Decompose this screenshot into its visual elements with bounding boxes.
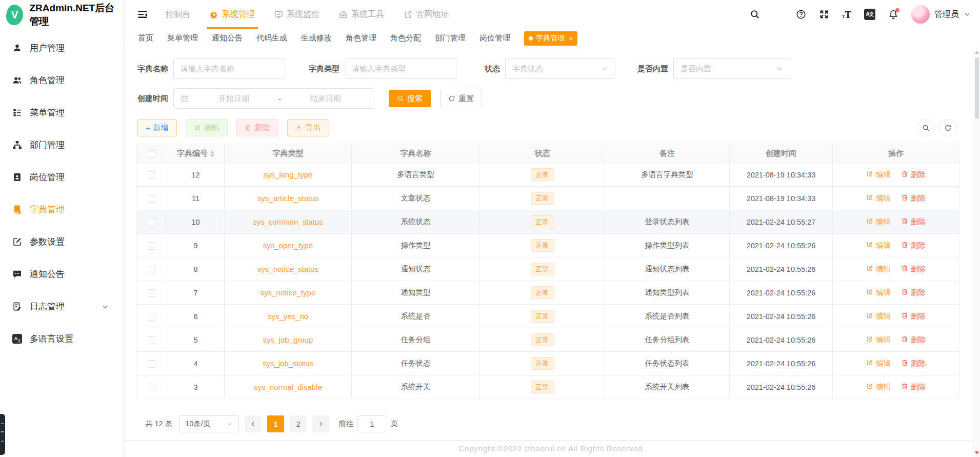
tab-item[interactable]: 代码生成 — [256, 33, 287, 43]
row-checkbox[interactable] — [148, 289, 155, 297]
sidebar-item-users[interactable]: 角色管理 — [0, 64, 123, 96]
nav-item-plain[interactable]: 控制台 — [166, 0, 190, 29]
fullscreen-icon[interactable] — [819, 9, 829, 19]
row-checkbox[interactable] — [148, 313, 155, 321]
tab-item[interactable]: 通知公告 — [212, 33, 243, 43]
sidebar-item-log[interactable]: 日志管理 — [0, 290, 123, 323]
close-icon[interactable]: × — [569, 35, 573, 42]
delete-button[interactable]: 删除 — [236, 119, 278, 136]
table-row[interactable]: 8sys_notice_status通知状态正常通知状态列表2021-02-24… — [136, 257, 959, 281]
dict-type-link[interactable]: sys_oper_type — [263, 241, 313, 250]
prev-page-button[interactable] — [245, 415, 262, 432]
github-icon[interactable] — [773, 9, 783, 19]
sidebar-item-dict[interactable]: 字典管理 — [0, 193, 123, 226]
status-select[interactable]: 字典状态 — [505, 58, 615, 79]
row-delete-button[interactable]: 删除 — [901, 241, 926, 250]
row-edit-button[interactable]: 编辑 — [866, 217, 891, 227]
date-range-input[interactable]: 开始日期 - 结束日期 — [173, 88, 373, 109]
dict-type-link[interactable]: sys_yes_no — [268, 312, 308, 321]
row-checkbox[interactable] — [148, 171, 155, 179]
row-edit-button[interactable]: 编辑 — [866, 288, 891, 297]
avatar[interactable] — [911, 5, 930, 24]
tab-item[interactable]: 部门管理 — [435, 33, 466, 43]
language-icon[interactable]: A文 — [864, 9, 875, 20]
table-row[interactable]: 10sys_common_status系统状态正常登录状态列表2021-02-2… — [136, 210, 959, 234]
dict-type-link[interactable]: sys_job_status — [263, 359, 313, 368]
table-row[interactable]: 5sys_job_group任务分组正常任务分组列表2021-02-24 10:… — [136, 328, 959, 352]
logo-row[interactable]: V ZRAdmin.NET后台管理 — [0, 0, 123, 30]
page-button-2[interactable]: 2 — [290, 415, 307, 432]
sidebar-item-dept[interactable]: 部门管理 — [0, 129, 123, 161]
table-row[interactable]: 6sys_yes_no系统是否正常系统是否列表2021-02-24 10:55:… — [136, 305, 959, 328]
row-checkbox[interactable] — [148, 360, 155, 368]
row-checkbox[interactable] — [148, 266, 155, 273]
collapse-sidebar-icon[interactable] — [137, 9, 148, 20]
next-page-button[interactable] — [312, 415, 329, 432]
table-row[interactable]: 9sys_oper_type操作类型正常操作类型列表2021-02-24 10:… — [136, 234, 959, 257]
dict-name-input[interactable]: 请输入字典名称 — [173, 58, 285, 79]
row-edit-button[interactable]: 编辑 — [866, 264, 891, 274]
dict-type-link[interactable]: sys_notice_status — [257, 265, 318, 273]
table-row[interactable]: 4sys_job_status任务状态正常任务状态列表2021-02-24 10… — [136, 352, 959, 375]
page-size-select[interactable]: 10条/页 — [179, 415, 239, 432]
row-checkbox[interactable] — [148, 384, 155, 391]
sort-icon[interactable] — [210, 150, 214, 157]
debug-toolbar-handle[interactable] — [0, 414, 5, 455]
search-icon[interactable] — [750, 9, 760, 19]
row-delete-button[interactable]: 删除 — [901, 382, 926, 392]
nav-item-monitor[interactable]: 系统监控 — [274, 0, 319, 29]
dict-type-link[interactable]: sys_lang_type — [264, 170, 313, 179]
scroll-down-arrow[interactable] — [975, 451, 979, 454]
edit-button[interactable]: 编辑 — [186, 119, 228, 136]
notification-bell-icon[interactable] — [888, 9, 898, 19]
tab-item[interactable]: 菜单管理 — [167, 33, 198, 43]
dict-type-link[interactable]: sys_notice_type — [261, 288, 316, 297]
nav-item-extlink[interactable]: 官网地址 — [404, 0, 449, 29]
search-button[interactable]: 搜索 — [389, 90, 431, 107]
builtin-select[interactable]: 是否内置 — [673, 58, 790, 79]
select-all-checkbox[interactable] — [148, 150, 155, 158]
row-edit-button[interactable]: 编辑 — [866, 193, 891, 203]
row-checkbox[interactable] — [148, 242, 155, 250]
toggle-search-button[interactable] — [917, 119, 934, 136]
sidebar-item-param[interactable]: 参数设置 — [0, 226, 123, 258]
add-button[interactable]: + 新增 — [137, 119, 177, 136]
sidebar-item-post[interactable]: 岗位管理 — [0, 161, 123, 193]
dict-type-link[interactable]: sys_common_status — [253, 217, 323, 226]
table-row[interactable]: 11sys_article_status文章状态正常2021-08-19 10:… — [136, 187, 959, 210]
row-edit-button[interactable]: 编辑 — [866, 311, 891, 321]
row-checkbox[interactable] — [148, 195, 155, 203]
row-delete-button[interactable]: 删除 — [901, 311, 926, 321]
tab-item[interactable]: 角色管理 — [346, 33, 376, 43]
table-row[interactable]: 3sys_normal_disable系统开关正常系统开关列表2021-02-2… — [136, 375, 959, 399]
table-row[interactable]: 12sys_lang_type多语言类型正常多语言字典类型2021-08-19 … — [136, 163, 959, 187]
row-checkbox[interactable] — [148, 336, 155, 344]
scrollbar[interactable] — [973, 48, 980, 457]
row-edit-button[interactable]: 编辑 — [866, 359, 891, 368]
goto-page-input[interactable] — [357, 415, 386, 432]
row-checkbox[interactable] — [148, 218, 155, 226]
tab-item[interactable]: 岗位管理 — [479, 33, 510, 43]
sort-asc-icon[interactable] — [210, 150, 214, 153]
row-delete-button[interactable]: 删除 — [901, 264, 926, 274]
refresh-table-button[interactable] — [939, 119, 956, 136]
nav-item-gear[interactable]: 系统管理 — [210, 0, 255, 29]
row-delete-button[interactable]: 删除 — [901, 288, 926, 297]
sidebar-item-lang[interactable]: A文多语言设置 — [0, 323, 123, 355]
sidebar-item-menu[interactable]: 菜单管理 — [0, 96, 123, 129]
row-edit-button[interactable]: 编辑 — [866, 382, 891, 392]
tab-active[interactable]: 字典管理× — [524, 31, 577, 46]
scroll-up-arrow[interactable] — [975, 51, 979, 54]
row-edit-button[interactable]: 编辑 — [866, 335, 891, 345]
row-edit-button[interactable]: 编辑 — [866, 170, 891, 180]
sidebar-item-notice[interactable]: 通知公告 — [0, 258, 123, 290]
row-delete-button[interactable]: 删除 — [901, 335, 926, 345]
row-edit-button[interactable]: 编辑 — [866, 241, 891, 250]
dict-type-link[interactable]: sys_article_status — [257, 194, 318, 203]
dict-type-link[interactable]: sys_normal_disable — [254, 383, 322, 391]
row-delete-button[interactable]: 删除 — [901, 217, 926, 227]
row-delete-button[interactable]: 删除 — [901, 359, 926, 368]
dict-type-link[interactable]: sys_job_group — [263, 335, 313, 344]
reset-button[interactable]: 重置 — [440, 90, 482, 107]
tab-item[interactable]: 角色分配 — [390, 33, 421, 43]
